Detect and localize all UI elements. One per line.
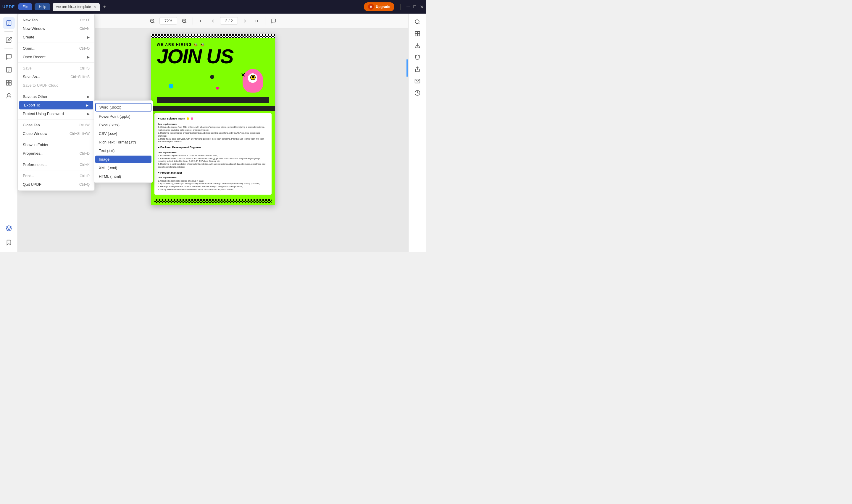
submenu-item-excel[interactable]: Excel (.xlsx)	[94, 121, 153, 129]
submenu-item-html[interactable]: HTML (.html)	[94, 172, 153, 181]
help-menu-button[interactable]: Help	[35, 3, 50, 10]
submenu-item-rtf-label: Rich Text Format (.rtf)	[99, 140, 136, 144]
menu-item-preferences-shortcut: Ctrl+K	[79, 163, 90, 167]
menu-item-quit[interactable]: Quit UPDF Ctrl+Q	[18, 180, 94, 189]
last-page-button[interactable]	[252, 16, 261, 26]
pdf-section3-desc: 1. Obtained a bachelor's degree or above…	[158, 180, 268, 191]
menu-item-preferences[interactable]: Preferences... Ctrl+K	[18, 160, 94, 169]
svg-line-18	[185, 22, 186, 23]
scan-button[interactable]	[413, 29, 422, 38]
menu-item-close-window[interactable]: Close Window Ctrl+Shift+W	[18, 129, 94, 138]
search-button[interactable]	[413, 17, 422, 26]
menu-item-save-as[interactable]: Save As... Ctrl+Shift+S	[18, 72, 94, 81]
menu-item-protect[interactable]: Protect Using Password ▶	[18, 109, 94, 118]
menu-item-open[interactable]: Open... Ctrl+O	[18, 44, 94, 53]
sidebar-item-reader[interactable]	[3, 17, 15, 29]
tab-close-button[interactable]: ✕	[93, 5, 96, 9]
menu-divider-1	[18, 42, 94, 43]
menu-item-create-label: Create	[23, 35, 34, 39]
menu-item-close-tab[interactable]: Close Tab Ctrl+W	[18, 121, 94, 129]
submenu-item-excel-label: Excel (.xlsx)	[99, 123, 120, 127]
pdf-section3-title: ● Product Manager	[158, 171, 268, 175]
menu-item-export-to[interactable]: Export To ▶ Word (.docx) PowerPoint (.pp…	[19, 101, 93, 109]
submenu-item-image[interactable]: Image	[95, 156, 151, 163]
zoom-out-button[interactable]	[148, 16, 157, 26]
email-button[interactable]	[413, 76, 422, 86]
menu-item-save-as-label: Save As...	[23, 74, 40, 79]
comment-button[interactable]	[269, 16, 278, 26]
titlebar: UPDF File Help we-are-hir...r-template ✕…	[0, 0, 426, 14]
menu-item-quit-shortcut: Ctrl+Q	[79, 182, 90, 187]
protect-button[interactable]	[413, 53, 422, 62]
menu-item-print[interactable]: Print... Ctrl+P	[18, 172, 94, 180]
sidebar-item-forms[interactable]	[3, 64, 15, 76]
menu-item-new-tab[interactable]: New Tab Ctrl+T	[18, 16, 94, 24]
close-button[interactable]: ✕	[420, 4, 424, 10]
dropdown-menu: New Tab Ctrl+T New Window Ctrl+N Create …	[18, 14, 95, 191]
menu-item-new-window[interactable]: New Window Ctrl+N	[18, 24, 94, 33]
pdf-section2-title: ● Backend Development Engineer	[158, 145, 268, 150]
submenu-item-word[interactable]: Word (.docx)	[95, 103, 151, 111]
sidebar-item-edit[interactable]	[3, 34, 15, 46]
upgrade-button[interactable]: B Upgrade	[364, 2, 394, 11]
active-tab[interactable]: we-are-hir...r-template ✕	[53, 3, 99, 11]
zoom-in-button[interactable]	[180, 16, 189, 26]
first-page-button[interactable]	[196, 16, 206, 26]
pdf-bottom-pattern	[155, 199, 272, 203]
submenu-item-html-label: HTML (.html)	[99, 174, 121, 179]
pdf-jobs-content: ● Data Science Intern Job requirements 1…	[155, 113, 272, 195]
menu-item-open-recent[interactable]: Open Recent ▶	[18, 53, 94, 61]
menu-item-show-folder[interactable]: Show in Folder	[18, 141, 94, 149]
maximize-button[interactable]: □	[413, 4, 416, 10]
scroll-indicator[interactable]	[406, 59, 407, 77]
pdf-bottom	[151, 199, 275, 205]
svg-line-26	[418, 23, 419, 24]
menu-item-quit-label: Quit UPDF	[23, 182, 41, 187]
submenu-item-ppt[interactable]: PowerPoint (.pptx)	[94, 112, 153, 121]
sidebar-item-stamp[interactable]	[3, 90, 15, 102]
menu-divider-3	[18, 91, 94, 91]
menu-divider-4	[18, 119, 94, 120]
prev-page-button[interactable]	[208, 16, 218, 26]
menu-item-close-tab-label: Close Tab	[23, 123, 40, 127]
menu-item-properties[interactable]: Properties... Ctrl+D	[18, 149, 94, 158]
sidebar-bottom	[3, 222, 15, 249]
menu-item-protect-arrow: ▶	[87, 112, 90, 116]
menu-item-print-shortcut: Ctrl+P	[79, 174, 90, 178]
svg-rect-29	[417, 34, 419, 36]
pdf-section2-req: Job requirements	[158, 151, 268, 154]
submenu-item-word-label: Word (.docx)	[99, 105, 121, 109]
menu-item-new-window-shortcut: Ctrl+N	[79, 26, 90, 31]
history-button[interactable]	[413, 88, 422, 97]
window-controls: B Upgrade ─ □ ✕	[364, 2, 424, 11]
sidebar-item-comment[interactable]	[3, 51, 15, 63]
submenu-item-csv[interactable]: CSV (.csv)	[94, 129, 153, 138]
submenu-item-xml[interactable]: XML (.xml)	[94, 164, 153, 172]
app-logo: UPDF	[2, 4, 15, 9]
sidebar-item-layers[interactable]	[3, 222, 15, 234]
pdf-section2-desc: 1. Obtained a degree or above in compute…	[158, 154, 268, 168]
menu-item-save-cloud-label: Save to UPDF Cloud	[23, 83, 58, 88]
submenu-item-text[interactable]: Text (.txt)	[94, 146, 153, 155]
menu-item-create[interactable]: Create ▶	[18, 33, 94, 41]
menu-item-save-other-arrow: ▶	[87, 95, 90, 99]
share-button[interactable]	[413, 65, 422, 74]
extract-button[interactable]	[413, 41, 422, 50]
menu-item-save-other-label: Save as Other	[23, 94, 47, 99]
sidebar-item-organize[interactable]	[3, 77, 15, 89]
menu-item-save-other[interactable]: Save as Other ▶	[18, 92, 94, 101]
pdf-top-pattern	[151, 34, 275, 38]
menu-item-new-tab-label: New Tab	[23, 18, 38, 22]
zoom-level[interactable]: 72%	[160, 17, 177, 24]
file-menu-dropdown: New Tab Ctrl+T New Window Ctrl+N Create …	[18, 14, 95, 191]
page-input[interactable]	[220, 17, 238, 24]
new-tab-button[interactable]: +	[103, 4, 106, 10]
submenu-item-rtf[interactable]: Rich Text Format (.rtf)	[94, 138, 153, 146]
menu-item-save-cloud: Save to UPDF Cloud	[18, 81, 94, 90]
pdf-section3-req: Job requirements	[158, 176, 268, 179]
minimize-button[interactable]: ─	[406, 4, 410, 10]
next-page-button[interactable]	[240, 16, 250, 26]
sidebar-item-bookmark[interactable]	[3, 237, 15, 249]
file-menu-button[interactable]: File	[18, 3, 32, 10]
menu-item-close-tab-shortcut: Ctrl+W	[79, 123, 90, 127]
